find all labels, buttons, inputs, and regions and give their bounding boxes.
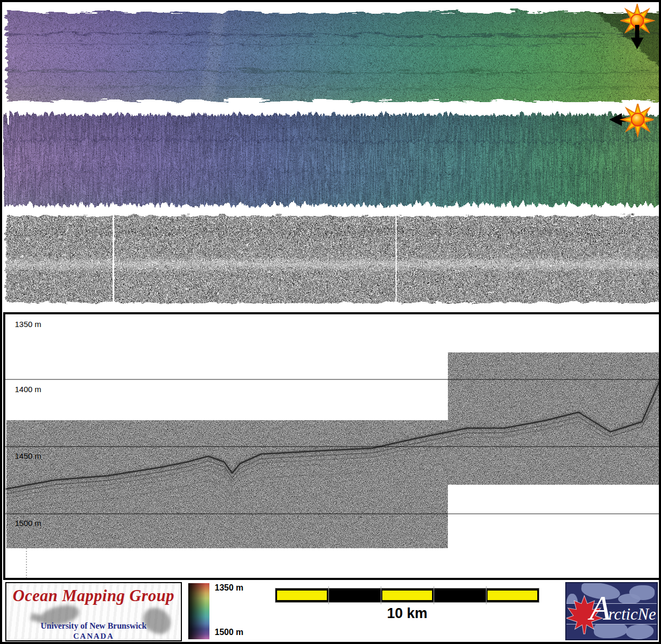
scalebar-tick — [328, 586, 329, 604]
scalebar-segment — [276, 588, 328, 602]
sidescan-sonar-strip — [2, 211, 661, 309]
depth-label-1350: 1350 m — [15, 320, 41, 329]
depth-label-1450: 1450 m — [15, 451, 41, 460]
sun-burst-down-arrow-icon — [620, 4, 655, 50]
colorbar-top-label: 1350 m — [215, 583, 243, 593]
bathymetry-swath-strip-1 — [2, 2, 661, 107]
omg-logo-university: University of New Brunswick — [6, 621, 181, 631]
subbottom-profile-plot — [5, 314, 660, 578]
omg-logo-country: CANADA — [6, 632, 181, 641]
scalebar-tick — [486, 586, 486, 604]
scalebar-tick — [434, 586, 434, 604]
scalebar-segment — [434, 588, 486, 602]
depth-label-1400: 1400 m — [15, 385, 41, 394]
depth-label-1500: 1500 m — [15, 519, 41, 528]
sidescan-track-divider-1 — [113, 213, 114, 304]
ocean-mapping-group-logo: Ocean Mapping Group University of New Br… — [5, 582, 182, 641]
arcticnet-wordmark: ArcticNet — [590, 591, 658, 625]
arctic-landmass-shape — [626, 624, 654, 639]
map-scale-bar — [276, 588, 539, 602]
arcticnet-initial: A — [590, 591, 611, 625]
scalebar-tick — [381, 586, 381, 604]
legend-row: Ocean Mapping Group University of New Br… — [4, 580, 661, 644]
scalebar-segment — [486, 588, 539, 602]
bathymetry-swath-strip-2 — [2, 107, 661, 211]
scale-bar-label: 10 km — [276, 605, 539, 622]
colorbar-bottom-label: 1500 m — [215, 628, 243, 637]
arcticnet-rest: rcticNet — [608, 605, 658, 624]
scalebar-segment — [328, 588, 381, 602]
sun-burst-left-arrow-icon — [604, 104, 654, 140]
scalebar-segment — [381, 588, 434, 602]
subbottom-profile-panel: 1350 m 1400 m 1450 m 1500 m — [3, 312, 661, 580]
figure-canvas: 1350 m 1400 m 1450 m 1500 m Ocean Mappin… — [0, 0, 661, 644]
omg-logo-title: Ocean Mapping Group — [6, 586, 181, 605]
arcticnet-logo: ArcticNet — [565, 582, 658, 640]
depth-colorbar — [188, 583, 209, 639]
sidescan-track-divider-2 — [396, 213, 397, 304]
